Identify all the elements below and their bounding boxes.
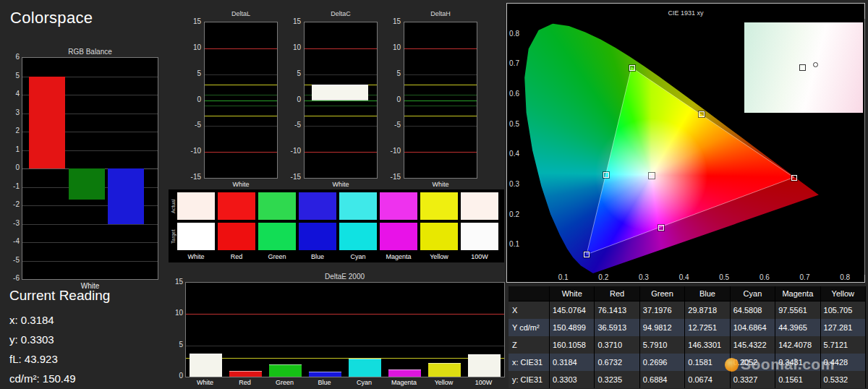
rgb-balance-chart: RGB Balance White 6543210-1-2-3-4-5-6 (4, 45, 165, 294)
table-cell: 145.4322 (731, 336, 775, 354)
table-cell: 0.3235 (595, 371, 639, 388)
table-row-label: Z (509, 336, 550, 354)
x-axis-label: White (304, 181, 378, 188)
axis-tick-label: 0.2 (595, 273, 612, 282)
swatch-target-yellow (420, 223, 458, 250)
swatch-actual-magenta (380, 192, 417, 220)
axis-tick-label: 0.8 (509, 30, 519, 38)
swatch-actual-yellow (420, 192, 458, 220)
ref-line (404, 85, 477, 85)
bar-cyan (349, 359, 381, 377)
bar-blue (309, 372, 341, 377)
x-axis-label: Blue (305, 379, 344, 386)
swatch-row-label-actual: Actual (170, 192, 176, 220)
measurement-marker-cyan (603, 172, 609, 178)
axis-tick-label: 4 (4, 90, 20, 98)
ref-line (205, 106, 277, 106)
table-header-cell: Blue (685, 286, 730, 302)
axis-tick-label: 3 (4, 108, 20, 117)
bar-100w (468, 354, 501, 377)
table-row-label: Y cd/m² (509, 319, 550, 336)
grid-line (186, 346, 504, 346)
swatch-target-100w (461, 223, 498, 250)
ref-line (205, 48, 277, 49)
bar-red (229, 371, 262, 377)
axis-tick-label: -5 (4, 256, 20, 265)
x-axis-label: Cyan (344, 379, 384, 386)
ref-line (305, 106, 377, 106)
page-title: Colorspace (10, 9, 93, 27)
axis-tick-label: 0.7 (796, 273, 814, 282)
watermark-text: Soomal.com (741, 356, 835, 373)
axis-tick-label: 0 (385, 95, 401, 104)
axis-tick-label: 1 (4, 145, 20, 154)
axis-tick-label: -10 (285, 147, 301, 155)
x-axis-label: Magenta (384, 379, 424, 386)
x-axis-label: Green (265, 379, 305, 386)
current-reading: Current Reading x: 0.3184y: 0.3303fL: 43… (9, 288, 110, 388)
ref-line (404, 152, 477, 153)
swatch-target-blue (299, 223, 336, 250)
x-axis-label: White (204, 181, 278, 188)
axis-tick-label: 5 (185, 69, 201, 78)
table-cell: 36.5913 (595, 319, 639, 336)
axis-tick-label: -15 (185, 173, 201, 181)
table-row-label: X (509, 302, 550, 319)
axis-tick-label: -15 (285, 173, 301, 181)
axis-tick-label: 0.5 (509, 120, 519, 129)
white-point-inset (744, 22, 863, 113)
table-cell: 0.6732 (595, 354, 639, 371)
bar-green (69, 168, 105, 200)
table-header-cell: Yellow (821, 286, 866, 302)
grid-line (22, 261, 158, 262)
table-cell: 5.7121 (821, 336, 866, 354)
delta-h-chart: DeltaH White 151050-5-10-15 (385, 10, 480, 189)
reading-line: fL: 43.923 (9, 349, 110, 369)
current-reading-heading: Current Reading (9, 288, 110, 304)
ref-line (404, 101, 477, 101)
axis-tick-label: 0 (4, 163, 20, 172)
axis-tick-label: 15 (169, 278, 183, 286)
axis-tick-label: 0.7 (509, 59, 519, 68)
table-cell: 0.2696 (640, 354, 685, 371)
bar-white (190, 354, 222, 377)
rgb-balance-plot (22, 57, 158, 280)
ref-line (404, 95, 477, 95)
axis-tick-label: 5 (169, 341, 183, 349)
axis-tick-label: -6 (4, 274, 20, 283)
axis-tick-label: -10 (185, 147, 201, 155)
swatch-row-label-target: Target (170, 223, 176, 250)
chart-title: DeltaE 2000 (185, 273, 504, 281)
axis-tick-label: 0.1 (509, 240, 519, 249)
bar-red (29, 77, 65, 169)
table-cell: 105.705 (821, 302, 866, 319)
ref-line (305, 101, 377, 101)
swatch-column-label: Red (218, 253, 255, 260)
axis-tick-label: 15 (385, 17, 401, 26)
table-cell: 0.6884 (640, 371, 685, 388)
table-cell: 0.5332 (821, 371, 866, 388)
x-axis-label: Yellow (424, 379, 464, 386)
table-header-cell: White (550, 286, 595, 302)
axis-tick-label: 0.2 (509, 210, 519, 219)
ref-line (205, 116, 277, 116)
axis-tick-label: -4 (4, 237, 20, 246)
table-cell: 0.3327 (731, 371, 775, 388)
chart-title: DeltaC (304, 10, 378, 17)
swatch-column-label: Cyan (339, 253, 377, 260)
bar-magenta (388, 369, 421, 377)
grid-line (205, 74, 277, 75)
table-cell: 150.4899 (550, 319, 595, 336)
table-cell: 0.1581 (685, 354, 730, 371)
reading-line: cd/m²: 150.49 (9, 369, 110, 388)
axis-tick-label: 10 (385, 43, 401, 52)
ref-line (404, 48, 477, 49)
swatch-actual-green (258, 192, 296, 220)
axis-tick-label: 6 (4, 53, 20, 61)
table-cell: 12.7251 (685, 319, 730, 336)
ref-line (186, 314, 504, 315)
axis-tick-label: 0.6 (509, 90, 519, 98)
ref-line (404, 106, 477, 106)
delta-bar (312, 85, 368, 101)
measurement-marker-green (629, 65, 635, 71)
